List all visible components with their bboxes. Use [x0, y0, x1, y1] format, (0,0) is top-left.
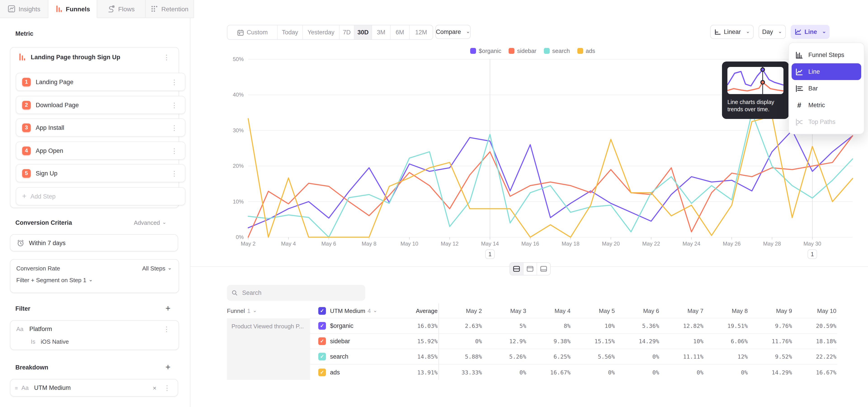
step-5-label: Sign Up — [36, 170, 169, 177]
series-checkbox[interactable]: ✓ — [318, 337, 326, 345]
annotation-badge[interactable]: 1 — [808, 250, 817, 259]
range-6m[interactable]: 6M — [391, 25, 410, 39]
svg-text:May 2: May 2 — [241, 241, 255, 247]
row-label-search: ✓search — [310, 349, 401, 365]
step-2-kebab-icon[interactable]: ⋮ — [169, 101, 180, 109]
step-5-badge: 5 — [22, 169, 31, 178]
cell-value: 16.67% — [793, 365, 837, 380]
metric-kebab-icon[interactable]: ⋮ — [161, 53, 172, 61]
search-input[interactable] — [241, 289, 361, 296]
layout-table-toggle[interactable] — [537, 263, 550, 275]
svg-text:May 30: May 30 — [803, 241, 821, 247]
series-line-ads — [248, 116, 852, 237]
drag-handle-icon[interactable]: ≡ — [15, 385, 18, 390]
step-4-badge: 4 — [22, 146, 31, 155]
svg-text:May 20: May 20 — [602, 241, 620, 247]
cell-value: 9.52% — [749, 349, 793, 365]
cell-value: 19.51% — [704, 318, 749, 334]
tab-insights[interactable]: Insights — [0, 0, 49, 18]
add-breakdown-button[interactable]: + — [165, 363, 170, 371]
series-checkbox[interactable]: ✓ — [318, 353, 326, 361]
funnel-step-3[interactable]: 3 App Install ⋮ — [16, 119, 185, 136]
filter-condition-row[interactable]: Is iOS Native — [31, 337, 69, 345]
tab-funnels[interactable]: Funnels — [49, 0, 97, 18]
step-2-label: Download Page — [36, 101, 169, 108]
date-column-header: May 5 — [571, 304, 616, 318]
series-checkbox[interactable]: ✓ — [318, 368, 326, 376]
conversion-window-row[interactable]: Within 7 days — [10, 234, 178, 251]
tab-flows[interactable]: Flows — [97, 0, 146, 18]
cell-value: 0% — [571, 365, 616, 380]
funnel-step-4[interactable]: 4 App Open ⋮ — [16, 142, 185, 160]
menu-item-metric[interactable]: # Metric — [789, 97, 864, 114]
row-label-sidebar: ✓sidebar — [310, 334, 401, 349]
breakdown-row[interactable]: ≡ Aa UTM Medium × ⋮ — [10, 379, 178, 397]
clock-icon — [17, 239, 24, 247]
tab-flows-label: Flows — [118, 5, 135, 12]
range-yesterday[interactable]: Yesterday — [303, 25, 340, 39]
remove-breakdown-icon[interactable]: × — [153, 384, 156, 392]
range-7d[interactable]: 7D — [340, 25, 354, 39]
breakdown-kebab-icon[interactable]: ⋮ — [162, 383, 172, 392]
range-custom[interactable]: Custom — [227, 25, 278, 39]
svg-text:May 6: May 6 — [321, 241, 336, 247]
filter-operator: Is — [31, 338, 35, 345]
date-range-group: Custom Today Yesterday 7D 30D 3M 6M 12M — [227, 25, 433, 40]
filter-kebab-icon[interactable]: ⋮ — [161, 324, 172, 333]
funnel-column-header[interactable]: Funnel1⌄ — [227, 304, 310, 318]
svg-text:May 24: May 24 — [683, 241, 701, 247]
cell-value: 2.63% — [438, 318, 483, 334]
add-filter-button[interactable]: + — [165, 304, 170, 312]
step-3-kebab-icon[interactable]: ⋮ — [169, 123, 180, 132]
scale-button[interactable]: Linear ⌄ — [710, 25, 754, 39]
tab-retention[interactable]: Retention — [146, 0, 194, 18]
step-5-kebab-icon[interactable]: ⋮ — [169, 169, 180, 178]
layout-chart-toggle[interactable] — [524, 263, 537, 275]
advanced-toggle[interactable]: Advanced ⌄ — [134, 219, 166, 226]
funnel-name-cell[interactable]: Product Viewed through P... — [227, 318, 310, 380]
filter-segment-label: Filter + Segment on Step 1 — [16, 277, 86, 284]
chevron-down-icon: ⌄ — [746, 29, 750, 34]
svg-text:1: 1 — [489, 251, 492, 257]
cell-value: 18.18% — [793, 334, 837, 349]
funnel-step-2[interactable]: 2 Download Page ⋮ — [16, 96, 185, 114]
layout-split-toggle[interactable] — [510, 263, 524, 275]
conversion-rate-label: Conversion Rate — [16, 265, 142, 272]
range-12m[interactable]: 12M — [410, 25, 433, 39]
filter-segment-toggle[interactable]: Filter + Segment on Step 1 ⌄ — [16, 277, 93, 284]
menu-item-line[interactable]: Line — [792, 63, 861, 80]
cell-value: 5.26% — [483, 349, 527, 365]
metric-heading: Metric — [16, 30, 33, 37]
plus-icon: + — [22, 192, 26, 200]
flows-icon — [107, 5, 115, 13]
menu-item-top-paths: Top Paths — [789, 114, 864, 130]
menu-item-bar[interactable]: Bar — [789, 80, 864, 97]
compare-button[interactable]: Compare ⌄ — [435, 25, 471, 39]
filter-property-row[interactable]: Aa Platform ⋮ — [16, 324, 172, 333]
breakdown-column-header[interactable]: ✓UTM Medium4⌄ — [310, 304, 401, 318]
step-4-kebab-icon[interactable]: ⋮ — [169, 146, 180, 155]
annotation-badge[interactable]: 1 — [486, 250, 495, 259]
cell-value: 11.76% — [749, 334, 793, 349]
range-3m[interactable]: 3M — [372, 25, 391, 39]
range-today[interactable]: Today — [278, 25, 303, 39]
step-1-kebab-icon[interactable]: ⋮ — [169, 77, 180, 86]
funnel-step-5[interactable]: 5 Sign Up ⋮ — [16, 164, 185, 182]
range-label: 7D — [343, 29, 351, 36]
range-custom-label: Custom — [247, 29, 268, 36]
menu-item-funnel-steps[interactable]: Funnel Steps — [789, 46, 864, 63]
average-value: 14.85% — [401, 349, 438, 365]
add-step-button[interactable]: + Add Step — [16, 187, 185, 205]
series-checkbox[interactable]: ✓ — [318, 322, 326, 330]
metric-funnel-icon — [18, 53, 26, 61]
funnel-step-1[interactable]: 1 Landing Page ⋮ — [16, 73, 185, 91]
conversion-rate-select[interactable]: All Steps ⌄ — [142, 265, 172, 272]
metric-header-row[interactable]: Landing Page through Sign Up ⋮ — [18, 52, 172, 62]
utm-checkbox[interactable]: ✓ — [318, 307, 326, 315]
chart-type-button[interactable]: Line ⌄ — [791, 25, 830, 39]
date-column-header: May 10 — [793, 304, 837, 318]
calendar-icon — [237, 29, 244, 36]
granularity-button[interactable]: Day ⌄ — [758, 25, 786, 39]
average-value: 13.91% — [401, 365, 438, 380]
range-30d[interactable]: 30D — [354, 25, 372, 39]
